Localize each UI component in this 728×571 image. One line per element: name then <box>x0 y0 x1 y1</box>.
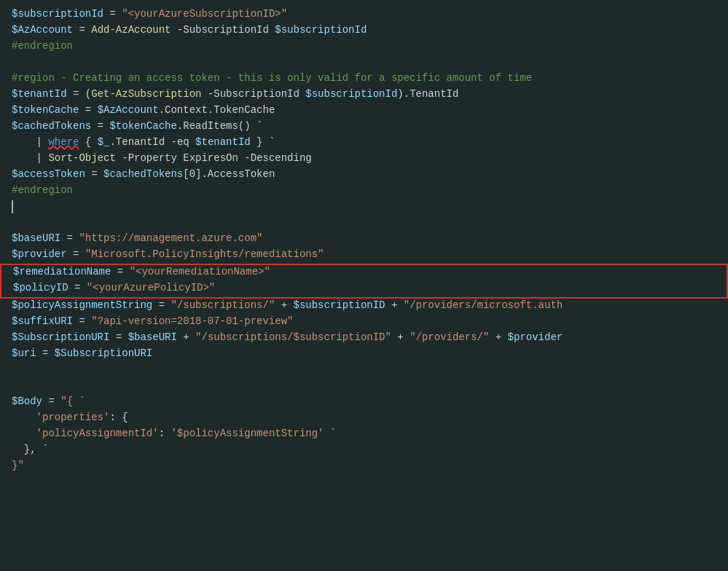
code-line: $Body = "{ ` <box>0 395 728 411</box>
code-token: $AzAccount <box>98 104 159 116</box>
code-token: $subscriptionId <box>275 24 367 36</box>
line-content: 'policyAssignmentId': '$policyAssignment… <box>0 428 336 439</box>
code-token: $suffixURI <box>12 315 73 327</box>
code-token: -SubscriptionId <box>171 24 275 36</box>
code-token: #region - Creating an access token - thi… <box>12 72 532 84</box>
code-token: = <box>67 248 85 260</box>
code-line: $policyID = "<yourAzurePolicyID>" <box>1 281 727 297</box>
code-token: = <box>109 331 128 343</box>
line-content: $remediationName = "<yourRemediationName… <box>1 266 270 277</box>
code-token <box>12 428 36 439</box>
code-line: $subscriptionId = "<yourAzureSubscriptio… <box>0 7 728 23</box>
code-token: "/providers/" <box>410 331 489 343</box>
code-token: 'policyAssignmentId' <box>36 428 159 439</box>
code-line: $remediationName = "<yourRemediationName… <box>1 265 727 281</box>
code-token: 'properties' <box>36 411 110 423</box>
code-line: $baseURI = "https://management.azure.com… <box>0 232 728 248</box>
code-token: .TenantId -eq <box>109 136 195 148</box>
code-token: = <box>103 8 122 20</box>
line-content: $AzAccount = Add-AzAccount -Subscription… <box>0 24 367 36</box>
code-token: { <box>79 136 97 148</box>
code-token: "/subscriptions/" <box>171 299 275 311</box>
code-token: | <box>12 136 48 148</box>
code-line: $cachedTokens = $tokenCache.ReadItems() … <box>0 119 728 135</box>
line-content: $Body = "{ ` <box>0 395 85 407</box>
code-token: #endregion <box>12 40 73 52</box>
code-token: + <box>489 331 507 343</box>
code-token: = <box>152 299 171 311</box>
code-token: "{ ` <box>60 395 85 407</box>
code-line <box>0 216 728 232</box>
code-line <box>0 55 728 71</box>
code-token: $Body <box>12 395 42 407</box>
line-content: }, ` <box>0 444 48 455</box>
code-token: = <box>111 266 129 277</box>
code-token: = <box>60 232 79 244</box>
code-token: "https://management.azure.com" <box>79 232 262 244</box>
code-token: = <box>69 282 87 294</box>
code-token: "<yourAzurePolicyID>" <box>87 282 215 294</box>
code-token: where <box>48 136 79 148</box>
code-line: | where { $_.TenantId -eq $tenantId } ` <box>0 135 728 151</box>
code-token: Add-AzAccount <box>91 24 171 36</box>
code-token: : { <box>109 411 128 423</box>
line-content: #region - Creating an access token - thi… <box>0 72 532 84</box>
code-token: $policyAssignmentString <box>12 299 152 311</box>
code-token: "/subscriptions/$subscriptionID" <box>195 331 391 343</box>
code-token: -Property ExpiresOn -Descending <box>116 152 312 164</box>
code-token: "Microsoft.PolicyInsights/remediations" <box>85 248 324 260</box>
line-content: | where { $_.TenantId -eq $tenantId } ` <box>0 136 275 148</box>
code-line: $accessToken = $cachedTokens[0].AccessTo… <box>0 168 728 184</box>
code-token: [0].AccessToken <box>183 168 275 180</box>
line-content: $suffixURI = "?api-version=2018-07-01-pr… <box>0 315 293 327</box>
code-line: $tokenCache = $AzAccount.Context.TokenCa… <box>0 103 728 119</box>
code-line: #endregion <box>0 184 728 200</box>
code-token: $_ <box>98 136 110 148</box>
line-content: $SubscriptionURI = $baseURI + "/subscrip… <box>0 331 563 343</box>
code-token: $SubscriptionURI <box>12 331 109 343</box>
code-token: $tenantId <box>12 88 67 100</box>
code-token: ` <box>324 428 337 439</box>
code-line: 'policyAssignmentId': '$policyAssignment… <box>0 427 728 443</box>
line-content: $subscriptionId = "<yourAzureSubscriptio… <box>0 8 287 20</box>
code-line: #region - Creating an access token - thi… <box>0 71 728 87</box>
code-token: $baseURI <box>12 232 60 244</box>
line-content: $uri = $SubscriptionURI <box>0 347 152 359</box>
code-block: $subscriptionId = "<yourAzureSubscriptio… <box>0 7 728 475</box>
line-content: #endregion <box>0 40 73 52</box>
code-line <box>0 379 728 395</box>
code-token: $policyID <box>13 282 69 294</box>
code-token: = <box>73 315 91 327</box>
code-token: ).TenantId <box>397 88 458 100</box>
code-line: $policyAssignmentString = "/subscription… <box>0 299 728 315</box>
code-token: $accessToken <box>12 168 85 180</box>
code-token: + <box>385 299 404 311</box>
code-line: #endregion <box>0 39 728 55</box>
code-line: $SubscriptionURI = $baseURI + "/subscrip… <box>0 331 728 347</box>
code-token: .Context.TokenCache <box>159 104 275 116</box>
line-content: #endregion <box>0 184 73 196</box>
code-line: 'properties': { <box>0 411 728 427</box>
code-editor: $subscriptionId = "<yourAzureSubscriptio… <box>0 0 728 571</box>
code-token: + <box>275 299 293 311</box>
code-token: $provider <box>508 331 563 343</box>
code-token: = <box>73 24 91 36</box>
code-token: $AzAccount <box>12 24 73 36</box>
code-token: $cachedTokens <box>103 168 183 180</box>
code-token: + <box>391 331 410 343</box>
code-line: $provider = "Microsoft.PolicyInsights/re… <box>0 248 728 264</box>
code-token: $tenantId <box>195 136 251 148</box>
code-token: = <box>91 120 109 132</box>
code-line: $AzAccount = Add-AzAccount -Subscription… <box>0 23 728 39</box>
code-token: "?api-version=2018-07-01-preview" <box>91 315 293 327</box>
code-token: "<yourRemediationName>" <box>130 266 270 277</box>
code-token: $cachedTokens <box>12 120 91 132</box>
code-token: $subscriptionID <box>294 299 385 311</box>
code-token: = <box>42 395 60 407</box>
code-token: -SubscriptionId <box>201 88 305 100</box>
line-content: | Sort-Object -Property ExpiresOn -Desce… <box>0 152 312 164</box>
code-token: $uri <box>12 347 36 359</box>
code-token: Get-AzSubscription <box>91 88 201 100</box>
code-token: } ` <box>251 136 275 148</box>
code-token: : <box>159 428 171 439</box>
